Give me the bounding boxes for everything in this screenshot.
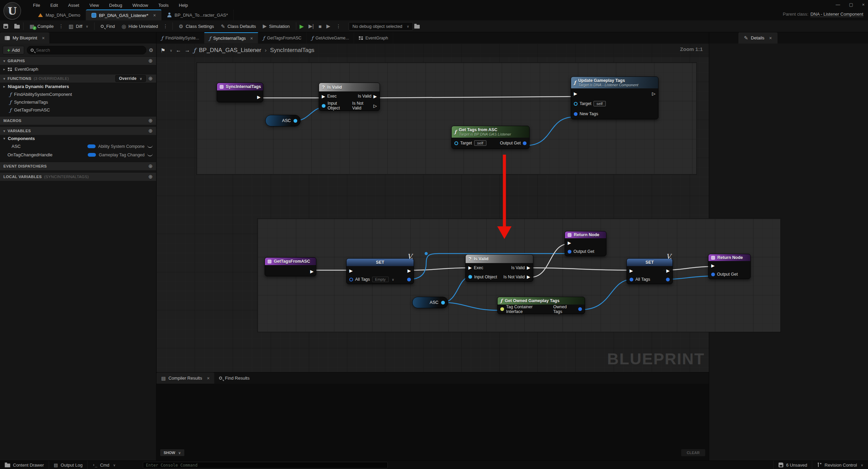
exec-out-pin[interactable]: ▶ bbox=[407, 268, 411, 273]
frame-skip-icon[interactable]: ▶| bbox=[308, 23, 314, 29]
add-button[interactable]: + Add bbox=[3, 46, 24, 54]
section-graphs[interactable]: ▾ GRAPHS ⊕ bbox=[0, 56, 156, 65]
output-log-button[interactable]: ▤ Output Log bbox=[49, 461, 88, 469]
node-return-top[interactable]: Return Node ▶ Output Get bbox=[565, 231, 606, 256]
show-filter-button[interactable]: SHOW ∨ bbox=[160, 449, 185, 456]
compile-button[interactable]: ▦✓ Compile bbox=[27, 22, 56, 30]
add-graph-icon[interactable]: ⊕ bbox=[148, 58, 153, 64]
content-drawer-button[interactable]: Content Drawer bbox=[0, 461, 49, 469]
section-functions[interactable]: ▾ FUNCTIONS (3 OVERRIDABLE) Override ∨ ⊕ bbox=[0, 74, 156, 83]
exec-in-pin[interactable]: ▶ bbox=[468, 265, 472, 270]
debug-object-select[interactable]: No debug object selected ∨ bbox=[349, 22, 413, 31]
stop-icon[interactable]: ■ bbox=[319, 23, 322, 29]
minimize-icon[interactable]: — bbox=[836, 2, 840, 7]
node-set-all-tags-right[interactable]: V. SET ▶ ▶ All Tags bbox=[627, 258, 673, 284]
tag-container-interface-pin[interactable] bbox=[500, 307, 504, 311]
owned-tags-pin[interactable] bbox=[578, 307, 582, 311]
exec-in-pin[interactable]: ▶ bbox=[711, 263, 715, 268]
add-local-variable-icon[interactable]: ⊕ bbox=[148, 174, 153, 180]
node-syncinternaltags-entry[interactable]: SyncInternalTags ▶ bbox=[217, 83, 263, 102]
menu-edit[interactable]: Edit bbox=[47, 1, 62, 9]
section-event-dispatchers[interactable]: EVENT DISPATCHERS ⊕ bbox=[0, 162, 156, 170]
eye-closed-icon[interactable] bbox=[147, 145, 153, 148]
input-object-pin[interactable] bbox=[468, 275, 472, 279]
target-pin[interactable] bbox=[574, 102, 578, 106]
all-tags-in-pin[interactable] bbox=[630, 278, 633, 281]
add-function-icon[interactable]: ⊕ bbox=[148, 75, 153, 82]
hide-unrelated-button[interactable]: ◎ Hide Unrelated bbox=[119, 22, 161, 30]
section-macros[interactable]: MACROS ⊕ bbox=[0, 116, 156, 125]
add-macro-icon[interactable]: ⊕ bbox=[148, 118, 153, 124]
node-get-tags-from-asc-call[interactable]: ƒ Get Tags from ASC Target is BP DNA GAS… bbox=[451, 126, 530, 149]
node-gettagsfromasc-entry[interactable]: GetTagsFromASC ▶ bbox=[265, 257, 316, 276]
is-valid-out-pin[interactable]: ▶ bbox=[373, 94, 377, 99]
asc-out-pin[interactable] bbox=[441, 301, 445, 305]
search-input[interactable] bbox=[36, 48, 143, 53]
node-return-right[interactable]: Return Node ▶ Output Get bbox=[708, 254, 751, 279]
maximize-icon[interactable]: ▢ bbox=[849, 2, 853, 7]
eye-closed-icon[interactable] bbox=[147, 153, 153, 156]
clear-button[interactable]: CLEAR bbox=[681, 449, 705, 456]
group-niagara-dynamic-parameters[interactable]: ▸ Niagara Dynamic Parameters bbox=[0, 83, 156, 90]
menu-tools[interactable]: Tools bbox=[154, 1, 172, 9]
add-variable-icon[interactable]: ⊕ bbox=[148, 128, 153, 134]
variable-row-asc[interactable]: ASC Ability System Compone bbox=[0, 142, 156, 151]
bookmark-icon[interactable]: ⚑ bbox=[161, 47, 165, 54]
graph-tab-findability[interactable]: ƒ FindAbilitySyste... bbox=[156, 32, 204, 44]
revision-control-button[interactable]: Revision Control ∨ bbox=[812, 461, 868, 469]
play-icon[interactable]: ▶ bbox=[300, 23, 304, 30]
exec-out-pin[interactable]: ▷ bbox=[652, 91, 655, 96]
sidebar-item-eventgraph[interactable]: ▸ EventGraph bbox=[0, 65, 156, 73]
group-components[interactable]: ▾ Components bbox=[0, 135, 156, 142]
breadcrumb-current[interactable]: SyncInternalTags bbox=[270, 47, 314, 54]
target-pin[interactable] bbox=[454, 141, 458, 145]
sidebar-item-syncinternaltags[interactable]: ƒ SyncInternalTags bbox=[0, 98, 156, 106]
menu-file[interactable]: File bbox=[29, 1, 44, 9]
close-icon[interactable]: × bbox=[207, 376, 210, 381]
new-tags-pin[interactable] bbox=[574, 112, 578, 116]
debug-browse-icon[interactable] bbox=[414, 25, 420, 29]
target-value-box[interactable]: self bbox=[474, 140, 486, 146]
menu-help[interactable]: Help bbox=[175, 1, 192, 9]
node-set-all-tags-left[interactable]: V. SET ▶ ▶ All Tags Empty ∨ bbox=[346, 258, 414, 284]
exec-in-pin[interactable]: ▶ bbox=[630, 268, 633, 273]
add-event-dispatcher-icon[interactable]: ⊕ bbox=[148, 163, 153, 169]
exec-out-pin[interactable]: ▶ bbox=[666, 268, 670, 273]
menu-debug[interactable]: Debug bbox=[105, 1, 126, 9]
parent-class-link[interactable]: DNA - Listener Component bbox=[811, 12, 863, 17]
diff-button[interactable]: ▥ Diff ∨ bbox=[66, 22, 91, 30]
asc-out-pin[interactable] bbox=[294, 119, 297, 123]
variable-row-ontagchangedhandle[interactable]: OnTagChangedHandle Gameplay Tag Changed bbox=[0, 151, 156, 159]
all-tags-out-pin[interactable] bbox=[407, 278, 411, 281]
breadcrumb-root[interactable]: BP_DNA_GAS_Listener bbox=[199, 47, 261, 54]
node-is-valid-bottom[interactable]: ? Is Valid ▶ Exec Is Valid ▶ Input Objec… bbox=[465, 254, 533, 282]
node-get-owned-gameplay-tags[interactable]: ƒ Get Owned Gameplay Tags Tag Container … bbox=[497, 297, 585, 314]
find-button[interactable]: Find bbox=[98, 22, 117, 30]
section-variables[interactable]: ▾ VARIABLES ⊕ bbox=[0, 126, 156, 135]
menu-window[interactable]: Window bbox=[129, 1, 152, 9]
close-icon[interactable]: × bbox=[153, 13, 156, 18]
exec-in-pin[interactable]: ▶ bbox=[574, 91, 577, 96]
close-icon[interactable]: × bbox=[769, 35, 772, 41]
cmd-dropdown[interactable]: ›_ Cmd ∨ bbox=[88, 461, 120, 469]
is-not-valid-out-pin[interactable]: ▷ bbox=[373, 104, 377, 108]
tab-map-dna-demo[interactable]: Map_DNA_Demo bbox=[33, 10, 86, 20]
all-tags-value-dropdown[interactable]: Empty bbox=[372, 277, 389, 282]
play-options-icon[interactable]: ⋮ bbox=[335, 23, 342, 29]
simulation-button[interactable]: ▶ Simulation bbox=[260, 22, 293, 31]
exec-in-pin[interactable]: ▶ bbox=[322, 94, 325, 99]
chevron-down-icon[interactable]: ∨ bbox=[170, 49, 172, 52]
node-asc-getter-top[interactable]: ASC bbox=[265, 115, 301, 126]
eject-icon[interactable]: ▶ bbox=[327, 23, 331, 29]
close-icon[interactable]: × bbox=[862, 2, 865, 7]
all-tags-in-pin[interactable] bbox=[349, 278, 353, 281]
browse-icon[interactable] bbox=[14, 25, 20, 29]
settings-gear-icon[interactable]: ⚙ bbox=[149, 48, 153, 53]
node-asc-getter-bottom[interactable]: ASC bbox=[412, 297, 448, 308]
output-get-pin[interactable] bbox=[711, 273, 715, 276]
tab-details[interactable]: ✎ Details × bbox=[738, 32, 778, 44]
close-icon[interactable]: × bbox=[42, 35, 45, 41]
graph-tab-eventgraph[interactable]: EventGraph bbox=[354, 32, 393, 44]
graph-tab-gettagsfromasc[interactable]: ƒ GetTagsFromASC bbox=[258, 32, 307, 44]
unsaved-button[interactable]: 6 Unsaved bbox=[773, 461, 812, 469]
